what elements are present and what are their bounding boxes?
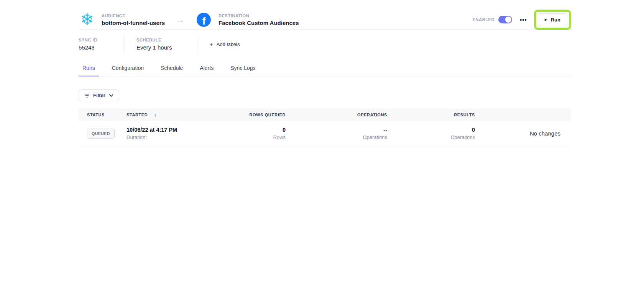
audience-name: bottom-of-funnel-users bbox=[102, 20, 165, 26]
column-header-results: RESULTS bbox=[387, 109, 475, 121]
sync-id-label: SYNC ID bbox=[79, 38, 125, 42]
column-header-started[interactable]: STARTED↑↓ bbox=[127, 109, 238, 121]
column-header-status: STATUS bbox=[79, 109, 127, 121]
run-button-highlight: ▶ Run bbox=[534, 10, 571, 30]
destination-type-label: DESTINATION bbox=[219, 13, 299, 18]
run-button[interactable]: ▶ Run bbox=[538, 13, 567, 26]
filter-button-label: Filter bbox=[93, 93, 105, 98]
tab-schedule[interactable]: Schedule bbox=[157, 63, 187, 76]
add-labels-button[interactable]: + Add labels bbox=[210, 41, 240, 48]
tab-configuration[interactable]: Configuration bbox=[108, 63, 148, 76]
destination-entity[interactable]: f DESTINATION Facebook Custom Audiences bbox=[196, 11, 299, 28]
snowflake-icon: ❄ bbox=[79, 11, 95, 28]
rows-queried-unit: Rows bbox=[238, 134, 286, 140]
column-header-rows-queried: ROWS QUERIED bbox=[238, 109, 286, 121]
sync-header: ❄ AUDIENCE bottom-of-funnel-users → f DE… bbox=[79, 0, 571, 29]
schedule-value: Every 1 hours bbox=[136, 44, 186, 51]
more-menu-icon[interactable]: ••• bbox=[520, 17, 527, 23]
sync-id-value: 55243 bbox=[79, 44, 125, 51]
tab-sync-logs[interactable]: Sync Logs bbox=[227, 63, 259, 76]
facebook-icon: f bbox=[196, 11, 212, 28]
plus-icon: + bbox=[210, 41, 213, 48]
operations-unit: Operations bbox=[286, 134, 387, 140]
column-header-operations: OPERATIONS bbox=[286, 109, 387, 121]
changes-cell: No changes bbox=[475, 127, 571, 140]
add-labels-label: Add labels bbox=[217, 41, 240, 47]
rows-queried-cell: 0 Rows bbox=[238, 127, 286, 140]
results-value: 0 bbox=[387, 127, 475, 133]
tab-alerts[interactable]: Alerts bbox=[196, 63, 217, 76]
play-icon: ▶ bbox=[545, 18, 547, 22]
results-cell: 0 Operations bbox=[387, 127, 475, 140]
filter-icon bbox=[84, 93, 90, 98]
tab-bar: Runs Configuration Schedule Alerts Sync … bbox=[79, 63, 571, 76]
results-unit: Operations bbox=[387, 134, 475, 140]
enabled-label: ENABLED bbox=[473, 17, 495, 22]
table-row[interactable]: QUEUED 10/06/22 at 4:17 PM Duration: 0 R… bbox=[79, 121, 571, 147]
sync-id-block: SYNC ID 55243 bbox=[79, 38, 125, 51]
status-badge: QUEUED bbox=[87, 129, 115, 139]
sync-info-row: SYNC ID 55243 SCHEDULE Every 1 hours + A… bbox=[79, 30, 571, 60]
filter-button[interactable]: Filter bbox=[79, 89, 119, 101]
runs-table: STATUS STARTED↑↓ ROWS QUERIED OPERATIONS… bbox=[79, 109, 571, 147]
started-cell: 10/06/22 at 4:17 PM Duration: bbox=[127, 127, 238, 140]
duration-label: Duration: bbox=[127, 134, 238, 140]
sync-detail-page: ❄ AUDIENCE bottom-of-funnel-users → f DE… bbox=[0, 0, 644, 147]
flow-arrow-icon: → bbox=[176, 15, 185, 24]
status-cell: QUEUED bbox=[79, 127, 127, 140]
run-button-label: Run bbox=[551, 17, 560, 23]
rows-queried-value: 0 bbox=[238, 127, 286, 133]
enabled-control: ENABLED bbox=[473, 16, 512, 23]
column-header-spacer bbox=[475, 109, 571, 121]
schedule-label: SCHEDULE bbox=[136, 38, 186, 42]
operations-value: -- bbox=[286, 127, 387, 133]
sort-icon[interactable]: ↑↓ bbox=[153, 112, 156, 117]
tab-runs[interactable]: Runs bbox=[79, 63, 99, 76]
chevron-down-icon bbox=[109, 94, 113, 97]
destination-name: Facebook Custom Audiences bbox=[219, 20, 299, 26]
table-header-row: STATUS STARTED↑↓ ROWS QUERIED OPERATIONS… bbox=[79, 109, 571, 121]
audience-type-label: AUDIENCE bbox=[102, 13, 165, 18]
runs-toolbar: Filter bbox=[79, 89, 571, 101]
audience-entity[interactable]: ❄ AUDIENCE bottom-of-funnel-users bbox=[79, 11, 165, 28]
schedule-block: SCHEDULE Every 1 hours bbox=[125, 38, 198, 51]
info-divider bbox=[198, 35, 198, 53]
enabled-toggle[interactable] bbox=[498, 16, 512, 23]
started-timestamp: 10/06/22 at 4:17 PM bbox=[127, 127, 238, 133]
operations-cell: -- Operations bbox=[286, 127, 387, 140]
toggle-knob bbox=[505, 17, 511, 23]
